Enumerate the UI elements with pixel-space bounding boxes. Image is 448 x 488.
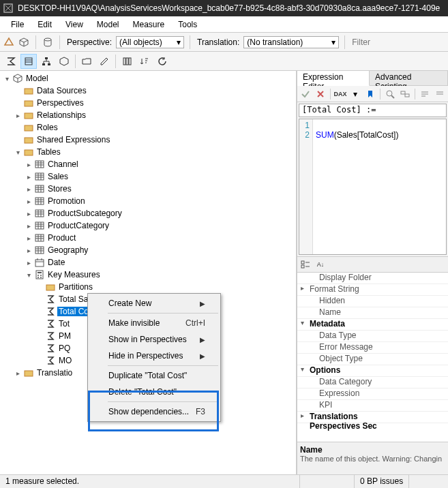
menu-edit[interactable]: Edit xyxy=(32,18,57,31)
refresh-button[interactable] xyxy=(154,54,170,69)
context-menu: Create New▶ Make invisibleCtrl+I Show in… xyxy=(87,293,221,422)
sigma-icon xyxy=(45,318,56,329)
table-icon xyxy=(34,171,45,182)
tab-expression-editor[interactable]: Expression Editor xyxy=(297,71,370,86)
chevron-down-icon[interactable]: ▾ xyxy=(350,89,361,100)
cube-button[interactable] xyxy=(56,54,72,69)
table-icon xyxy=(34,220,45,231)
alphabetical-icon[interactable]: A↓ xyxy=(315,259,326,270)
ctx-duplicate[interactable]: Duplicate "Total Cost" xyxy=(89,367,219,384)
formula-bar[interactable]: [Total Cost] := xyxy=(299,104,447,117)
editor-toolbar: DAX ▾ xyxy=(297,86,448,102)
dax-format-icon[interactable]: DAX xyxy=(335,89,346,100)
bookmark-icon[interactable] xyxy=(365,89,376,100)
table-icon xyxy=(34,183,45,194)
categorized-icon[interactable] xyxy=(300,259,311,270)
menu-tools[interactable]: Tools xyxy=(173,18,203,31)
table-icon xyxy=(34,232,45,243)
list-button[interactable] xyxy=(20,54,37,69)
status-selection: 1 measure selected. xyxy=(0,475,300,488)
table-sales[interactable]: ▸Sales xyxy=(0,170,296,183)
svg-rect-79 xyxy=(301,265,304,268)
ctx-show-in-perspectives[interactable]: Show in Perspectives▶ xyxy=(89,331,219,348)
tree-partitions[interactable]: Partitions xyxy=(0,281,296,293)
uncomment-icon[interactable] xyxy=(434,89,445,100)
submenu-arrow-icon: ▶ xyxy=(200,352,205,360)
db-icon[interactable] xyxy=(42,36,54,48)
svg-point-65 xyxy=(38,277,39,278)
translation-label: Translation: xyxy=(196,37,241,47)
svg-rect-10 xyxy=(129,58,131,65)
svg-rect-13 xyxy=(25,113,33,119)
svg-rect-16 xyxy=(25,150,33,155)
calendar-icon xyxy=(34,257,45,268)
ctx-delete[interactable]: Delete "Total Cost" xyxy=(89,384,219,400)
find-icon[interactable] xyxy=(385,89,395,100)
table-product[interactable]: ▸Product xyxy=(0,232,296,244)
svg-rect-17 xyxy=(35,161,44,168)
ctx-make-invisible[interactable]: Make invisibleCtrl+I xyxy=(89,315,219,331)
table-productcategory[interactable]: ▸ProductCategory xyxy=(0,219,296,232)
menu-file[interactable]: File xyxy=(5,18,29,31)
svg-point-64 xyxy=(40,275,42,276)
svg-rect-22 xyxy=(35,173,44,180)
sort-button[interactable] xyxy=(136,54,153,69)
tree-button[interactable] xyxy=(38,54,55,69)
cancel-icon[interactable] xyxy=(315,89,326,100)
code-editor[interactable]: 1 2 SUM(Sales[TotalCost]) xyxy=(299,119,447,255)
table-icon xyxy=(34,208,45,219)
svg-rect-14 xyxy=(25,125,33,131)
menu-view[interactable]: View xyxy=(60,18,89,31)
deploy-icon[interactable] xyxy=(3,36,15,48)
submenu-arrow-icon: ▶ xyxy=(200,300,205,307)
menu-model[interactable]: Model xyxy=(91,18,125,31)
perspective-combo[interactable]: (All objects) ▾ xyxy=(116,36,184,48)
replace-icon[interactable] xyxy=(400,89,410,100)
table-geography[interactable]: ▸Geography xyxy=(0,244,296,256)
tree-tables[interactable]: ▾Tables xyxy=(0,146,296,158)
menu-measure[interactable]: Measure xyxy=(128,18,170,31)
svg-point-69 xyxy=(387,91,392,96)
table-stores[interactable]: ▸Stores xyxy=(0,183,296,195)
property-description: Name The name of this object. Warning: C… xyxy=(297,442,448,474)
table-date[interactable]: ▸Date xyxy=(0,256,296,269)
tree-perspectives[interactable]: Perspectives xyxy=(0,97,296,109)
svg-rect-9 xyxy=(126,58,128,65)
tree-root[interactable]: ▾Model xyxy=(0,72,296,85)
table-promotion[interactable]: ▸Promotion xyxy=(0,195,296,207)
properties-toolbar: A↓ xyxy=(297,256,448,273)
model-tree-panel: ▾Model Data Sources Perspectives ▸Relati… xyxy=(0,71,297,474)
translation-combo[interactable]: (No translation) ▾ xyxy=(243,36,339,48)
svg-point-66 xyxy=(40,277,42,278)
table-channel[interactable]: ▸Channel xyxy=(0,158,296,170)
tab-advanced-scripting[interactable]: Advanced Scripting xyxy=(370,71,448,86)
ctx-show-dependencies[interactable]: Show dependencies...F3 xyxy=(89,403,219,420)
comment-icon[interactable] xyxy=(419,89,430,100)
table-productsubcategory[interactable]: ▸ProductSubcategory xyxy=(0,207,296,219)
sigma-icon xyxy=(45,331,56,341)
columns-button[interactable] xyxy=(119,54,135,69)
accept-icon[interactable] xyxy=(300,89,311,100)
table-key-measures[interactable]: ▾Key Measures xyxy=(0,269,296,281)
svg-rect-52 xyxy=(35,247,44,254)
folder-button[interactable] xyxy=(78,54,95,69)
filter-input[interactable] xyxy=(350,36,385,48)
ctx-create-new[interactable]: Create New▶ xyxy=(89,295,219,311)
svg-rect-42 xyxy=(35,222,44,229)
svg-rect-2 xyxy=(25,58,32,65)
sigma-button[interactable] xyxy=(3,54,19,69)
svg-rect-7 xyxy=(48,63,50,65)
tree-shared-expressions[interactable]: Shared Expressions xyxy=(0,134,296,146)
line-gutter: 1 2 xyxy=(299,119,313,254)
tree-data-sources[interactable]: Data Sources xyxy=(0,85,296,97)
cube-icon[interactable] xyxy=(18,36,30,48)
tree-roles[interactable]: Roles xyxy=(0,121,296,134)
svg-rect-8 xyxy=(123,58,125,65)
edit-button[interactable] xyxy=(96,54,113,69)
tree-relationships[interactable]: ▸Relationships xyxy=(0,109,296,121)
properties-grid[interactable]: Display Folder ▸Format String Hidden Nam… xyxy=(297,273,448,442)
svg-rect-47 xyxy=(35,234,44,241)
ctx-hide-in-perspectives[interactable]: Hide in Perspectives▶ xyxy=(89,348,219,364)
svg-rect-72 xyxy=(405,94,409,97)
svg-rect-78 xyxy=(301,261,304,264)
